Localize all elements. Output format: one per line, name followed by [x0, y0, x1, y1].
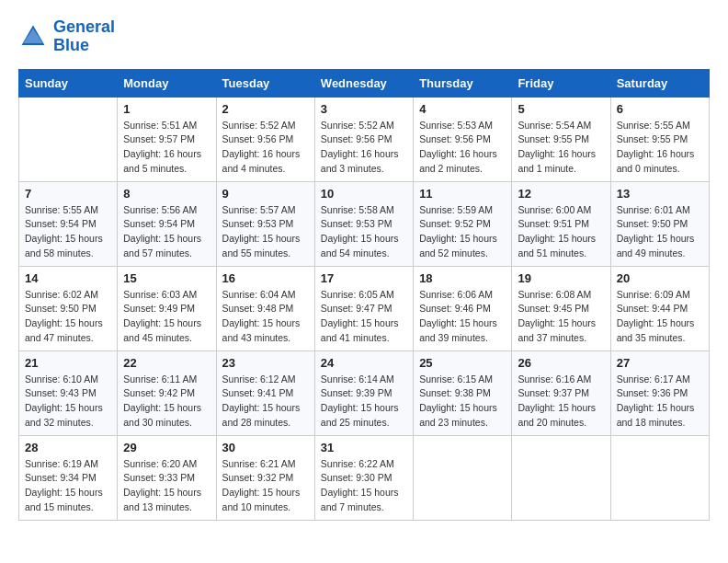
- calendar-cell: 27Sunrise: 6:17 AMSunset: 9:36 PMDayligh…: [610, 350, 709, 435]
- calendar-cell: 24Sunrise: 6:14 AMSunset: 9:39 PMDayligh…: [314, 350, 413, 435]
- calendar-cell: 7Sunrise: 5:55 AMSunset: 9:54 PMDaylight…: [19, 181, 118, 266]
- calendar-cell: [610, 435, 709, 520]
- calendar-cell: 3Sunrise: 5:52 AMSunset: 9:56 PMDaylight…: [314, 97, 413, 181]
- calendar-cell: 16Sunrise: 6:04 AMSunset: 9:48 PMDayligh…: [216, 266, 314, 350]
- day-number: 30: [222, 441, 309, 454]
- day-number: 26: [518, 356, 604, 370]
- day-info: Sunrise: 5:54 AMSunset: 9:55 PMDaylight:…: [518, 119, 604, 177]
- day-number: 29: [123, 441, 210, 454]
- calendar-week-row: 7Sunrise: 5:55 AMSunset: 9:54 PMDaylight…: [19, 181, 710, 266]
- calendar-cell: 6Sunrise: 5:55 AMSunset: 9:55 PMDaylight…: [610, 97, 709, 181]
- calendar-cell: [19, 97, 118, 181]
- calendar-week-row: 1Sunrise: 5:51 AMSunset: 9:57 PMDaylight…: [19, 97, 710, 181]
- calendar-week-row: 14Sunrise: 6:02 AMSunset: 9:50 PMDayligh…: [19, 266, 710, 350]
- calendar-cell: [512, 435, 610, 520]
- calendar-week-row: 28Sunrise: 6:19 AMSunset: 9:34 PMDayligh…: [19, 435, 710, 520]
- day-number: 21: [25, 356, 111, 370]
- calendar-cell: 11Sunrise: 5:59 AMSunset: 9:52 PMDayligh…: [414, 181, 512, 266]
- calendar-cell: 18Sunrise: 6:06 AMSunset: 9:46 PMDayligh…: [414, 266, 512, 350]
- day-info: Sunrise: 6:04 AMSunset: 9:48 PMDaylight:…: [222, 288, 309, 346]
- day-number: 23: [222, 356, 309, 370]
- calendar-cell: 31Sunrise: 6:22 AMSunset: 9:30 PMDayligh…: [314, 435, 413, 520]
- calendar-cell: 22Sunrise: 6:11 AMSunset: 9:42 PMDayligh…: [118, 350, 216, 435]
- col-header-saturday: Saturday: [610, 69, 709, 97]
- day-number: 1: [123, 102, 210, 116]
- day-number: 8: [123, 187, 210, 201]
- calendar-cell: 2Sunrise: 5:52 AMSunset: 9:56 PMDaylight…: [216, 97, 314, 181]
- day-number: 25: [419, 356, 506, 370]
- day-number: 7: [25, 187, 111, 201]
- calendar-cell: 23Sunrise: 6:12 AMSunset: 9:41 PMDayligh…: [216, 350, 314, 435]
- calendar-cell: 1Sunrise: 5:51 AMSunset: 9:57 PMDaylight…: [118, 97, 216, 181]
- calendar-cell: 29Sunrise: 6:20 AMSunset: 9:33 PMDayligh…: [118, 435, 216, 520]
- calendar-cell: 17Sunrise: 6:05 AMSunset: 9:47 PMDayligh…: [314, 266, 413, 350]
- day-number: 13: [617, 187, 703, 201]
- col-header-wednesday: Wednesday: [314, 69, 413, 97]
- day-info: Sunrise: 6:15 AMSunset: 9:38 PMDaylight:…: [419, 373, 506, 431]
- day-info: Sunrise: 5:55 AMSunset: 9:55 PMDaylight:…: [617, 119, 703, 177]
- day-number: 24: [321, 356, 407, 370]
- day-info: Sunrise: 5:56 AMSunset: 9:54 PMDaylight:…: [123, 203, 210, 261]
- day-info: Sunrise: 5:58 AMSunset: 9:53 PMDaylight:…: [321, 203, 407, 261]
- day-info: Sunrise: 6:00 AMSunset: 9:51 PMDaylight:…: [518, 203, 604, 261]
- day-number: 10: [321, 187, 407, 201]
- calendar-cell: 4Sunrise: 5:53 AMSunset: 9:56 PMDaylight…: [414, 97, 512, 181]
- calendar-table: SundayMondayTuesdayWednesdayThursdayFrid…: [18, 69, 710, 521]
- day-number: 27: [617, 356, 703, 370]
- calendar-cell: 21Sunrise: 6:10 AMSunset: 9:43 PMDayligh…: [19, 350, 118, 435]
- day-info: Sunrise: 5:53 AMSunset: 9:56 PMDaylight:…: [419, 119, 506, 177]
- page-header: General Blue: [18, 18, 710, 55]
- day-number: 15: [123, 271, 210, 285]
- calendar-cell: 19Sunrise: 6:08 AMSunset: 9:45 PMDayligh…: [512, 266, 610, 350]
- calendar-cell: 20Sunrise: 6:09 AMSunset: 9:44 PMDayligh…: [610, 266, 709, 350]
- calendar-cell: 13Sunrise: 6:01 AMSunset: 9:50 PMDayligh…: [610, 181, 709, 266]
- calendar-cell: 26Sunrise: 6:16 AMSunset: 9:37 PMDayligh…: [512, 350, 610, 435]
- day-info: Sunrise: 6:11 AMSunset: 9:42 PMDaylight:…: [123, 373, 210, 431]
- day-number: 2: [222, 102, 309, 116]
- day-info: Sunrise: 6:02 AMSunset: 9:50 PMDaylight:…: [25, 288, 111, 346]
- calendar-cell: 30Sunrise: 6:21 AMSunset: 9:32 PMDayligh…: [216, 435, 314, 520]
- day-info: Sunrise: 6:09 AMSunset: 9:44 PMDaylight:…: [617, 288, 703, 346]
- calendar-cell: 28Sunrise: 6:19 AMSunset: 9:34 PMDayligh…: [19, 435, 118, 520]
- day-info: Sunrise: 6:16 AMSunset: 9:37 PMDaylight:…: [518, 373, 604, 431]
- day-info: Sunrise: 6:08 AMSunset: 9:45 PMDaylight:…: [518, 288, 604, 346]
- day-number: 18: [419, 271, 506, 285]
- day-info: Sunrise: 6:05 AMSunset: 9:47 PMDaylight:…: [321, 288, 407, 346]
- day-info: Sunrise: 5:52 AMSunset: 9:56 PMDaylight:…: [222, 119, 309, 177]
- calendar-cell: 25Sunrise: 6:15 AMSunset: 9:38 PMDayligh…: [414, 350, 512, 435]
- calendar-cell: 5Sunrise: 5:54 AMSunset: 9:55 PMDaylight…: [512, 97, 610, 181]
- day-info: Sunrise: 6:20 AMSunset: 9:33 PMDaylight:…: [123, 457, 210, 515]
- day-info: Sunrise: 5:59 AMSunset: 9:52 PMDaylight:…: [419, 203, 506, 261]
- logo-icon: [18, 22, 48, 52]
- calendar-week-row: 21Sunrise: 6:10 AMSunset: 9:43 PMDayligh…: [19, 350, 710, 435]
- day-number: 6: [617, 102, 703, 116]
- day-number: 5: [518, 102, 604, 116]
- day-info: Sunrise: 6:10 AMSunset: 9:43 PMDaylight:…: [25, 373, 111, 431]
- calendar-cell: 15Sunrise: 6:03 AMSunset: 9:49 PMDayligh…: [118, 266, 216, 350]
- day-info: Sunrise: 6:06 AMSunset: 9:46 PMDaylight:…: [419, 288, 506, 346]
- day-info: Sunrise: 6:17 AMSunset: 9:36 PMDaylight:…: [617, 373, 703, 431]
- day-number: 19: [518, 271, 604, 285]
- day-number: 17: [321, 271, 407, 285]
- day-number: 4: [419, 102, 506, 116]
- calendar-cell: 10Sunrise: 5:58 AMSunset: 9:53 PMDayligh…: [314, 181, 413, 266]
- logo-text: General Blue: [53, 18, 115, 55]
- day-info: Sunrise: 6:03 AMSunset: 9:49 PMDaylight:…: [123, 288, 210, 346]
- calendar-cell: 8Sunrise: 5:56 AMSunset: 9:54 PMDaylight…: [118, 181, 216, 266]
- col-header-thursday: Thursday: [414, 69, 512, 97]
- logo: General Blue: [18, 18, 115, 55]
- day-number: 31: [321, 441, 407, 454]
- day-number: 9: [222, 187, 309, 201]
- day-number: 20: [617, 271, 703, 285]
- day-info: Sunrise: 5:57 AMSunset: 9:53 PMDaylight:…: [222, 203, 309, 261]
- day-number: 28: [25, 441, 111, 454]
- day-info: Sunrise: 5:52 AMSunset: 9:56 PMDaylight:…: [321, 119, 407, 177]
- day-info: Sunrise: 6:01 AMSunset: 9:50 PMDaylight:…: [617, 203, 703, 261]
- day-number: 3: [321, 102, 407, 116]
- col-header-sunday: Sunday: [19, 69, 118, 97]
- day-number: 16: [222, 271, 309, 285]
- day-info: Sunrise: 6:19 AMSunset: 9:34 PMDaylight:…: [25, 457, 111, 515]
- day-number: 11: [419, 187, 506, 201]
- calendar-cell: 9Sunrise: 5:57 AMSunset: 9:53 PMDaylight…: [216, 181, 314, 266]
- day-number: 12: [518, 187, 604, 201]
